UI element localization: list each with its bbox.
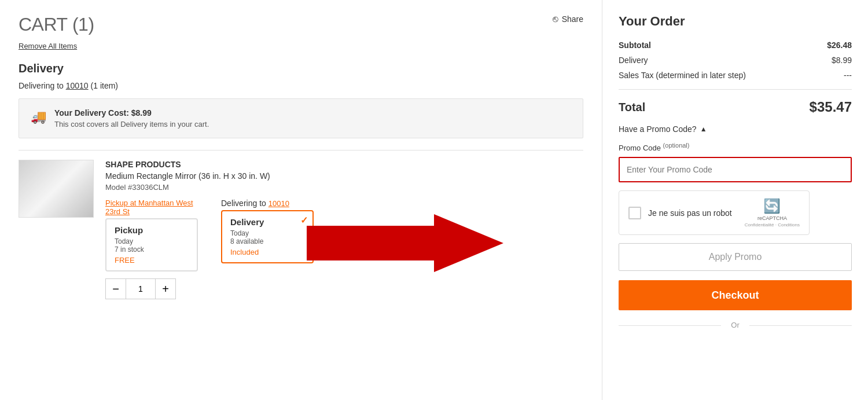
pickup-location-link[interactable]: Pickup at Manhattan West 23rd St [105,199,209,216]
recaptcha-icon: 🔄 [763,198,781,214]
quantity-increase-button[interactable]: + [155,278,176,299]
subtotal-row: Subtotal $26.48 [619,41,852,50]
captcha-checkbox[interactable] [628,207,641,219]
total-label: Total [619,101,645,114]
delivery-day: Today [230,229,304,237]
order-title: Your Order [619,14,852,29]
delivery-section-title: Delivery [19,62,583,75]
remove-all-link[interactable]: Remove All Items [19,42,77,50]
pickup-option-box[interactable]: Pickup Today 7 in stock FREE [105,218,198,271]
delivery-label: Delivery [230,217,304,227]
pickup-price: FREE [115,256,189,265]
quantity-decrease-button[interactable]: − [105,278,126,299]
sales-tax-row: Sales Tax (determined in later step) --- [619,71,852,80]
subtotal-value: $26.48 [827,41,852,50]
delivery-option-box[interactable]: Delivery Today 8 available Included [221,210,314,263]
share-label: Share [562,14,583,24]
promo-code-input[interactable] [619,157,852,182]
promo-code-label: Promo Code (optional) [619,142,852,152]
captcha-sub: Confidentialité · Conditions [745,222,800,227]
total-value: $35.47 [810,99,852,115]
chevron-up-icon: ▲ [700,125,707,133]
captcha-brand: reCAPTCHA [757,215,787,221]
pickup-column: Pickup at Manhattan West 23rd St Pickup … [105,199,209,271]
share-icon: ⎋ [553,14,558,24]
product-model: Model #33036CLM [105,183,583,192]
promo-toggle-label: Have a Promo Code? [619,124,697,134]
truck-icon: 🚚 [31,109,46,124]
sales-tax-label: Sales Tax (determined in later step) [619,71,746,80]
delivery-row: Delivery $8.99 [619,56,852,65]
captcha-logo: 🔄 reCAPTCHA Confidentialité · Conditions [745,198,800,227]
product-name: Medium Rectangle Mirror (36 in. H x 30 i… [105,171,583,181]
product-image [19,160,94,218]
product-details: SHAPE PRODUCTS Medium Rectangle Mirror (… [105,160,583,299]
delivery-cost-box: 🚚 Your Delivery Cost: $8.99 This cost co… [19,98,583,138]
zip-code-link[interactable]: 10010 [66,81,89,90]
checkout-button[interactable]: Checkout [619,280,852,310]
delivering-to-text: Delivering to 10010 (1 item) [19,81,583,90]
delivery-price: Included [230,248,304,256]
promo-toggle[interactable]: Have a Promo Code? ▲ [619,124,852,134]
product-brand: SHAPE PRODUCTS [105,160,583,169]
delivery-cost-text: Your Delivery Cost: $8.99 This cost cove… [54,108,209,129]
delivery-value: $8.99 [832,56,852,65]
captcha-label: Je ne suis pas un robot [648,208,738,218]
delivery-available: 8 available [230,237,304,245]
pickup-day: Today [115,237,189,245]
product-row: SHAPE PRODUCTS Medium Rectangle Mirror (… [19,160,583,299]
sales-tax-value: --- [844,71,852,80]
pickup-label: Pickup [115,225,189,235]
captcha-box[interactable]: Je ne suis pas un robot 🔄 reCAPTCHA Conf… [619,190,810,235]
delivery-zip-link[interactable]: 10010 [269,199,289,208]
pickup-stock: 7 in stock [115,245,189,254]
quantity-input[interactable] [126,278,155,299]
apply-promo-button[interactable]: Apply Promo [619,243,852,271]
delivery-label: Delivery [619,56,648,65]
quantity-row: − + [105,278,583,299]
subtotal-label: Subtotal [619,41,651,50]
or-divider: Or [619,321,852,329]
pickup-delivery-row: Pickup at Manhattan West 23rd St Pickup … [105,199,583,271]
order-panel: Your Order Subtotal $26.48 Delivery $8.9… [602,0,868,400]
share-button[interactable]: ⎋ Share [553,14,583,24]
cart-title: CART (1) [19,14,583,35]
delivery-to-text: Delivering to 10010 [221,199,583,208]
section-divider [19,150,583,151]
total-row: Total $35.47 [619,89,852,115]
delivery-column: Delivering to 10010 Delivery Today 8 ava… [221,199,583,271]
